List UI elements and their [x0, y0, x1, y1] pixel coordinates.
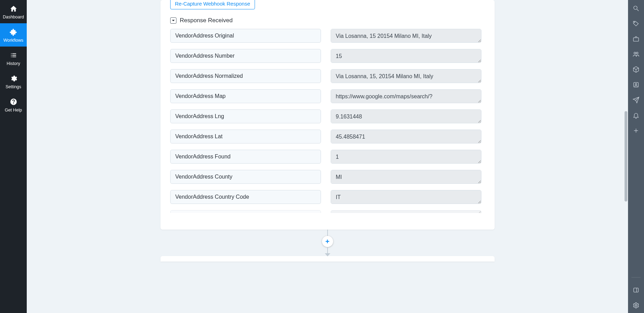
response-key: VendorAddress Lng: [170, 109, 321, 123]
puzzle-icon: [10, 28, 17, 36]
briefcase-icon[interactable]: [632, 35, 640, 43]
add-step-button[interactable]: +: [322, 236, 333, 247]
response-row: VendorAddress Normalized: [170, 69, 481, 83]
sidebar-left: Dashboard Workflows History Settings Get…: [0, 0, 27, 313]
response-key: VendorAddress Number: [170, 49, 321, 63]
response-value[interactable]: [331, 89, 481, 103]
response-value[interactable]: [331, 109, 481, 123]
response-row: VendorAddress Lat: [170, 130, 481, 143]
sidebar-item-workflows[interactable]: Workflows: [0, 23, 27, 47]
panel-icon[interactable]: [632, 286, 640, 294]
response-row: VendorAddress Found: [170, 150, 481, 164]
response-row: VendorAddress Country Code: [170, 190, 481, 204]
svg-point-2: [634, 22, 635, 23]
response-key: VendorAddress Found: [170, 150, 321, 164]
response-key: VendorAddress County: [170, 170, 321, 184]
sidebar-item-history[interactable]: History: [0, 47, 27, 70]
response-row: VendorAddress Lng: [170, 109, 481, 123]
send-icon[interactable]: [632, 96, 640, 104]
response-key: VendorAddress Lat: [170, 130, 321, 143]
response-value[interactable]: [331, 29, 481, 43]
next-step-panel[interactable]: [160, 256, 495, 262]
response-key: VendorAddress Country Code: [170, 190, 321, 204]
response-row: VendorAddress Map: [170, 89, 481, 103]
sidebar-right: [628, 0, 644, 313]
sidebar-item-dashboard[interactable]: Dashboard: [0, 0, 27, 23]
recapture-button[interactable]: Re-Capture Webhook Response: [170, 0, 255, 9]
sidebar-label: Settings: [6, 84, 21, 89]
response-value[interactable]: [331, 210, 481, 213]
contact-icon[interactable]: [632, 81, 640, 89]
webhook-panel: Re-Capture Webhook Response Response Rec…: [160, 0, 495, 230]
gear-icon[interactable]: [632, 301, 640, 310]
response-row: VendorAddress County: [170, 170, 481, 184]
svg-point-5: [636, 52, 638, 54]
chevron-down-icon: [172, 19, 175, 22]
response-key: VendorAddress Normalized: [170, 69, 321, 83]
help-icon: [10, 98, 17, 106]
response-key: [170, 210, 321, 213]
response-value[interactable]: [331, 190, 481, 204]
section-title: Response Received: [180, 17, 233, 24]
sidebar-label: History: [7, 61, 20, 66]
collapse-toggle[interactable]: [170, 17, 176, 24]
svg-point-0: [634, 6, 637, 9]
response-list[interactable]: VendorAddress Original VendorAddress Num…: [170, 29, 485, 213]
main-canvas: Re-Capture Webhook Response Response Rec…: [27, 0, 628, 313]
sidebar-label: Workflows: [3, 38, 23, 43]
svg-rect-10: [634, 288, 638, 292]
cube-icon[interactable]: [632, 65, 640, 74]
response-key: VendorAddress Original: [170, 29, 321, 43]
list-icon: [10, 51, 17, 59]
search-icon[interactable]: [632, 4, 640, 13]
page-scrollbar-thumb[interactable]: [625, 111, 627, 201]
sidebar-item-gethelp[interactable]: Get Help: [0, 93, 27, 116]
bell-icon[interactable]: [632, 111, 640, 120]
response-value[interactable]: [331, 49, 481, 63]
response-value[interactable]: [331, 170, 481, 184]
svg-point-12: [635, 305, 637, 306]
response-value[interactable]: [331, 130, 481, 143]
sidebar-item-settings[interactable]: Settings: [0, 70, 27, 93]
home-icon: [10, 5, 17, 13]
svg-rect-3: [634, 38, 639, 41]
sidebar-label: Get Help: [5, 108, 22, 113]
tag-icon[interactable]: [632, 19, 640, 28]
svg-line-1: [637, 9, 639, 11]
response-value[interactable]: [331, 150, 481, 164]
response-row: VendorAddress Original: [170, 29, 481, 43]
response-value[interactable]: [331, 69, 481, 83]
workflow-connector: +: [160, 229, 495, 256]
arrow-down-icon: [325, 253, 330, 256]
response-row: [170, 210, 481, 213]
people-icon[interactable]: [632, 50, 640, 58]
plus-icon[interactable]: [632, 126, 640, 135]
response-key: VendorAddress Map: [170, 89, 321, 103]
sidebar-label: Dashboard: [3, 15, 24, 19]
svg-point-4: [634, 52, 636, 54]
response-row: VendorAddress Number: [170, 49, 481, 63]
svg-point-7: [635, 83, 637, 85]
gear-icon: [10, 75, 17, 82]
